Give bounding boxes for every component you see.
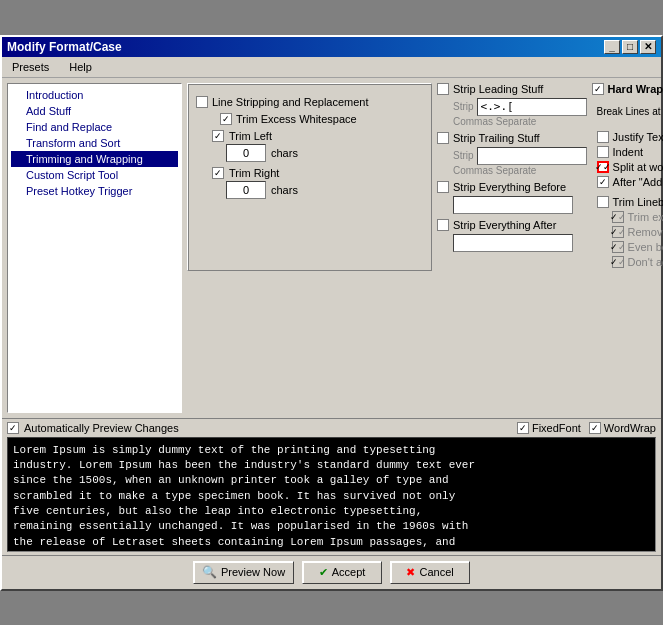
break-lines-label: Break Lines at position: <box>597 106 663 117</box>
strip-leading-input[interactable] <box>477 98 587 116</box>
strip-leading-label: Strip Leading Stuff <box>453 83 543 95</box>
window-title: Modify Format/Case <box>7 40 122 54</box>
strip-after-checkbox[interactable] <box>437 219 449 231</box>
strip-before-label: Strip Everything Before <box>453 181 566 193</box>
cancel-icon: ✖ <box>406 566 415 579</box>
sidebar-item-preset-hotkey[interactable]: Preset Hotkey Trigger <box>11 183 178 199</box>
strip-after-label: Strip Everything After <box>453 219 556 231</box>
auto-preview-checkbox[interactable] <box>7 422 19 434</box>
dont-add-spaces-label: Don't add spaces b/wn... <box>628 256 663 268</box>
panels-row: Line Stripping and Replacement Trim Exce… <box>187 83 663 271</box>
remove-linebreaks-label: Remove linebreaks <box>628 226 663 238</box>
indent-label: Indent <box>613 146 644 158</box>
preview-text-area[interactable]: Lorem Ipsum is simply dummy text of the … <box>7 437 656 552</box>
sidebar-item-add-stuff[interactable]: Add Stuff <box>11 103 178 119</box>
title-bar-buttons: _ □ ✕ <box>604 40 656 54</box>
strip-trailing-section: Strip Trailing Stuff Strip Commas Separa… <box>437 132 587 176</box>
strip-leading-commas: Commas Separate <box>453 116 587 127</box>
hard-wrapping-panel: Hard Wrapping Break Lines at position: J… <box>592 83 663 271</box>
bottom-area: Automatically Preview Changes FixedFont … <box>2 418 661 555</box>
title-bar: Modify Format/Case _ □ ✕ <box>2 37 661 57</box>
trim-right-checkbox[interactable] <box>212 167 224 179</box>
maximize-button[interactable]: □ <box>622 40 638 54</box>
word-wrap-label: WordWrap <box>604 422 656 434</box>
trim-left-chars-input[interactable] <box>226 144 266 162</box>
auto-preview-row: Automatically Preview Changes FixedFont … <box>7 422 656 434</box>
preview-button[interactable]: 🔍 Preview Now <box>193 561 294 584</box>
even-between-par-label: Even between par. <box>628 241 663 253</box>
strip-leading-prefix: Strip <box>453 101 474 112</box>
cancel-button[interactable]: ✖ Cancel <box>390 561 470 584</box>
cancel-button-label: Cancel <box>419 566 453 578</box>
sidebar-item-transform-sort[interactable]: Transform and Sort <box>11 135 178 151</box>
after-add-to-checkbox[interactable] <box>597 176 609 188</box>
trim-right-label: Trim Right <box>229 167 279 179</box>
main-window: Modify Format/Case _ □ ✕ Presets Help In… <box>0 35 663 591</box>
right-checkboxes: FixedFont WordWrap <box>517 422 656 434</box>
auto-preview-label: Automatically Preview Changes <box>24 422 179 434</box>
justify-text-checkbox[interactable] <box>597 131 609 143</box>
preview-button-label: Preview Now <box>221 566 285 578</box>
trim-linebreaks-label: Trim Linebreaks <box>613 196 663 208</box>
accept-button-label: Accept <box>332 566 366 578</box>
indent-checkbox[interactable] <box>597 146 609 158</box>
trim-extra-blank-checkbox[interactable]: ✓ <box>612 211 624 223</box>
strip-before-section: Strip Everything Before <box>437 181 587 214</box>
line-stripping-label: Line Stripping and Replacement <box>212 96 369 108</box>
strip-leading-section: Strip Leading Stuff Strip Commas Separat… <box>437 83 587 127</box>
trim-left-label: Trim Left <box>229 130 272 142</box>
trim-extra-blank-label: Trim extra blank line... <box>628 211 663 223</box>
trim-right-chars-label: chars <box>271 184 298 196</box>
trim-left-chars-label: chars <box>271 147 298 159</box>
close-button[interactable]: ✕ <box>640 40 656 54</box>
sidebar-item-trimming-wrapping[interactable]: Trimming and Wrapping <box>11 151 178 167</box>
trim-linebreaks-subitems: ✓ Trim extra blank line... ✓ Remove line… <box>592 211 663 268</box>
accept-icon: ✔ <box>319 566 328 579</box>
strip-trailing-commas: Commas Separate <box>453 165 587 176</box>
strip-trailing-checkbox[interactable] <box>437 132 449 144</box>
sidebar-item-custom-script[interactable]: Custom Script Tool <box>11 167 178 183</box>
justify-text-label: Justify Text <box>613 131 663 143</box>
split-word-bounds-checkbox[interactable]: ✓ <box>597 161 609 173</box>
word-wrap-checkbox[interactable] <box>589 422 601 434</box>
buttons-row: 🔍 Preview Now ✔ Accept ✖ Cancel <box>2 555 661 589</box>
strip-options-panel: Strip Leading Stuff Strip Commas Separat… <box>437 83 587 271</box>
strip-after-input[interactable] <box>453 234 573 252</box>
strip-before-input[interactable] <box>453 196 573 214</box>
fixed-font-label: FixedFont <box>532 422 581 434</box>
menu-presets[interactable]: Presets <box>7 59 54 75</box>
fixed-font-checkbox[interactable] <box>517 422 529 434</box>
preview-icon: 🔍 <box>202 565 217 579</box>
sidebar-item-introduction[interactable]: Introduction <box>11 87 178 103</box>
strip-trailing-label: Strip Trailing Stuff <box>453 132 540 144</box>
main-content: Introduction Add Stuff Find and Replace … <box>2 78 661 418</box>
split-word-bounds-label: Split at word bounds <box>613 161 663 173</box>
even-between-par-checkbox[interactable]: ✓ <box>612 241 624 253</box>
hard-wrapping-checkbox[interactable] <box>592 83 604 95</box>
panels-area: Line Stripping and Replacement Trim Exce… <box>187 83 663 413</box>
line-stripping-panel: Line Stripping and Replacement Trim Exce… <box>187 83 432 271</box>
trim-left-checkbox[interactable] <box>212 130 224 142</box>
strip-after-section: Strip Everything After <box>437 219 587 252</box>
hard-wrapping-label: Hard Wrapping <box>608 83 663 95</box>
trim-linebreaks-checkbox[interactable] <box>597 196 609 208</box>
trim-excess-whitespace-label: Trim Excess Whitespace <box>236 113 357 125</box>
accept-button[interactable]: ✔ Accept <box>302 561 382 584</box>
remove-linebreaks-checkbox[interactable]: ✓ <box>612 226 624 238</box>
sidebar: Introduction Add Stuff Find and Replace … <box>7 83 182 413</box>
dont-add-spaces-checkbox[interactable]: ✓ <box>612 256 624 268</box>
after-add-to-label: After "Add to" Stuff <box>613 176 663 188</box>
line-stripping-checkbox[interactable] <box>196 96 208 108</box>
split-word-bounds-row: ✓ Split at word bounds <box>592 161 663 173</box>
strip-leading-checkbox[interactable] <box>437 83 449 95</box>
menu-bar: Presets Help <box>2 57 661 78</box>
menu-help[interactable]: Help <box>64 59 97 75</box>
minimize-button[interactable]: _ <box>604 40 620 54</box>
strip-before-checkbox[interactable] <box>437 181 449 193</box>
strip-trailing-input[interactable] <box>477 147 587 165</box>
sidebar-item-find-replace[interactable]: Find and Replace <box>11 119 178 135</box>
trim-right-chars-input[interactable] <box>226 181 266 199</box>
trim-excess-whitespace-checkbox[interactable] <box>220 113 232 125</box>
strip-trailing-prefix: Strip <box>453 150 474 161</box>
